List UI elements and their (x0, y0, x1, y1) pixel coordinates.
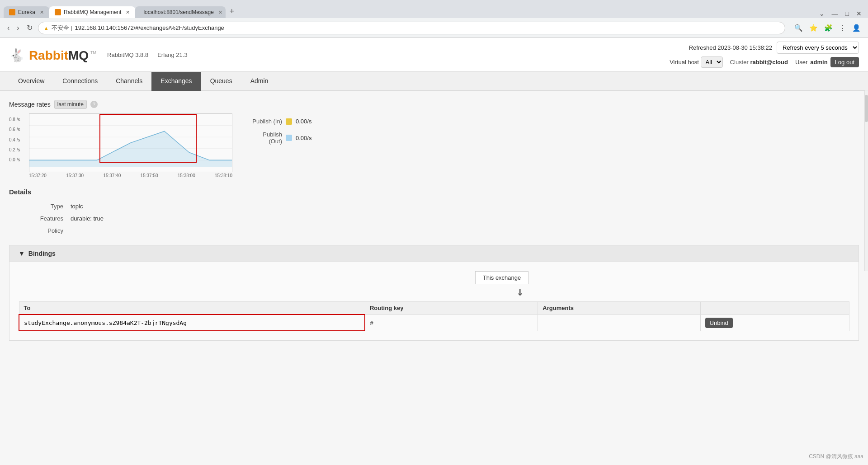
browser-tabs: Eureka ✕ RabbitMQ Management ✕ localhost… (0, 0, 868, 18)
menu-button[interactable]: ⋮ (837, 22, 848, 34)
logo: 🐇 RabbitMQ (9, 47, 89, 63)
minimize-button[interactable]: — (829, 9, 841, 18)
legend-publish-in: Publish (In) 0.00/s (246, 118, 311, 125)
cluster-value: rabbit@cloud (750, 59, 788, 66)
tab-close-localhost[interactable]: ✕ (218, 9, 222, 15)
col-to: To (19, 302, 365, 315)
tab-localhost[interactable]: localhost:8801/sendMessage ✕ (135, 6, 226, 18)
legend-label-0: Publish (In) (246, 118, 282, 125)
user-value: admin (810, 59, 827, 66)
profile-button[interactable]: 👤 (850, 22, 863, 34)
exchange-box: This exchange (475, 271, 529, 284)
col-arguments: Arguments (538, 302, 700, 315)
x-label-1: 15:37:30 (66, 173, 84, 178)
security-icon: ▲ (44, 25, 49, 31)
forward-button[interactable]: › (15, 22, 21, 34)
chart-canvas (29, 113, 232, 172)
logo-area: 🐇 RabbitMQ TM RabbitMQ 3.8.8 Erlang 21.3 (9, 47, 188, 63)
close-window-button[interactable]: ✕ (854, 9, 864, 18)
logo-tm: TM (90, 50, 96, 55)
col-routing-key: Routing key (365, 302, 538, 315)
logo-rabbit-text: Rabbit (29, 48, 68, 62)
logo-mq-text: MQ (68, 48, 89, 62)
rabbit-icon: 🐇 (9, 48, 25, 62)
address-prefix: 不安全 | (52, 24, 72, 32)
tab-list-button[interactable]: ⌄ (816, 9, 827, 18)
extensions-button[interactable]: 🧩 (822, 22, 835, 34)
legend-color-1 (286, 135, 292, 141)
tab-title-eureka: Eureka (18, 9, 35, 15)
chart-svg (29, 114, 232, 172)
bindings-title: Bindings (28, 250, 56, 257)
details-table: Type topic Features durable: true Policy (9, 201, 859, 236)
svg-marker-4 (29, 131, 232, 167)
reload-button[interactable]: ↻ (25, 22, 34, 34)
top-right: Refreshed 2023-08-30 15:38:22 Refresh ev… (670, 42, 859, 68)
tab-close-rabbitmq[interactable]: ✕ (126, 9, 130, 15)
chart-legend: Publish (In) 0.00/s Publish(Out) 0.00/s (246, 113, 311, 145)
tab-title-rabbitmq: RabbitMQ Management (64, 9, 121, 15)
detail-label-features: Features (9, 213, 63, 224)
watermark: CSDN @清风微痕 aaa (809, 453, 863, 460)
message-rates-title: Message rates (9, 101, 51, 108)
address-text: 192.168.10.140:15672/#/exchanges/%2F/stu… (75, 24, 224, 31)
y-label-4: 0.0 /s (9, 157, 27, 162)
bindings-section: ▼ Bindings This exchange ⇓ To Routing ke… (9, 245, 859, 341)
binding-routing-key: # (370, 319, 373, 326)
bindings-header[interactable]: ▼ Bindings (9, 245, 859, 262)
legend-label-1: Publish(Out) (246, 131, 282, 145)
bindings-table-body: # Unbind (19, 315, 849, 331)
bindings-header-row: To Routing key Arguments (19, 302, 849, 315)
y-axis-labels: 0.8 /s 0.6 /s 0.4 /s 0.2 /s 0.0 /s (9, 117, 27, 162)
nav-exchanges[interactable]: Exchanges (151, 72, 201, 91)
y-label-1: 0.6 /s (9, 127, 27, 132)
x-label-2: 15:37:40 (103, 173, 121, 178)
details-section: Details Type topic Features durable: tru… (9, 188, 859, 236)
help-icon[interactable]: ? (90, 101, 98, 108)
virtual-host-select[interactable]: All (701, 56, 723, 68)
nav-connections[interactable]: Connections (53, 72, 107, 91)
virtual-host-label: Virtual host All (670, 56, 722, 68)
nav-queues[interactable]: Queues (201, 72, 241, 91)
toolbar-icons: 🔍 ⭐ 🧩 ⋮ 👤 (793, 22, 863, 34)
bindings-body: This exchange ⇓ To Routing key Arguments (9, 262, 859, 341)
binding-to-input[interactable] (24, 319, 360, 326)
tab-controls: ⌄ — □ ✕ (816, 9, 864, 18)
nav-overview[interactable]: Overview (9, 72, 53, 91)
address-bar[interactable]: ▲ 不安全 | 192.168.10.140:15672/#/exchanges… (38, 22, 785, 34)
user-area: User admin Log out (795, 57, 859, 67)
main-content: Message rates last minute ? 0.8 /s 0.6 /… (0, 91, 868, 350)
tab-eureka[interactable]: Eureka ✕ (4, 6, 49, 18)
app-content: 🐇 RabbitMQ TM RabbitMQ 3.8.8 Erlang 21.3… (0, 38, 868, 465)
y-label-3: 0.2 /s (9, 147, 27, 152)
new-tab-button[interactable]: + (226, 5, 238, 18)
bookmark-search-button[interactable]: 🔍 (793, 22, 805, 34)
refresh-select[interactable]: Refresh every 5 seconds (777, 42, 859, 54)
scrollbar-thumb[interactable] (865, 95, 868, 122)
chart-wrapper: 0.8 /s 0.6 /s 0.4 /s 0.2 /s 0.0 /s (9, 113, 232, 179)
cluster-info: Cluster rabbit@cloud (730, 59, 788, 66)
bookmark-button[interactable]: ⭐ (807, 22, 820, 34)
unbind-button[interactable]: Unbind (705, 318, 733, 328)
nav-admin[interactable]: Admin (241, 72, 278, 91)
message-rates-badge[interactable]: last minute (54, 100, 87, 109)
bindings-collapse-icon: ▼ (19, 250, 25, 257)
exchange-box-container: This exchange (19, 271, 849, 284)
legend-publish-out: Publish(Out) 0.00/s (246, 131, 311, 145)
top-bar: 🐇 RabbitMQ TM RabbitMQ 3.8.8 Erlang 21.3… (0, 38, 868, 72)
binding-arguments-cell (538, 315, 700, 331)
col-action (700, 302, 849, 315)
legend-value-0: 0.00/s (296, 118, 311, 125)
logout-button[interactable]: Log out (830, 57, 859, 67)
bindings-table: To Routing key Arguments # (19, 301, 849, 331)
tab-rabbitmq[interactable]: RabbitMQ Management ✕ (49, 6, 135, 18)
detail-label-type: Type (9, 201, 63, 211)
back-button[interactable]: ‹ (5, 22, 11, 34)
x-label-4: 15:38:00 (178, 173, 195, 178)
tab-title-localhost: localhost:8801/sendMessage (143, 9, 213, 15)
arrow-down: ⇓ (190, 287, 849, 298)
nav-channels[interactable]: Channels (107, 72, 151, 91)
tab-close-eureka[interactable]: ✕ (40, 9, 44, 15)
scrollbar[interactable] (864, 90, 868, 271)
maximize-button[interactable]: □ (843, 9, 852, 18)
